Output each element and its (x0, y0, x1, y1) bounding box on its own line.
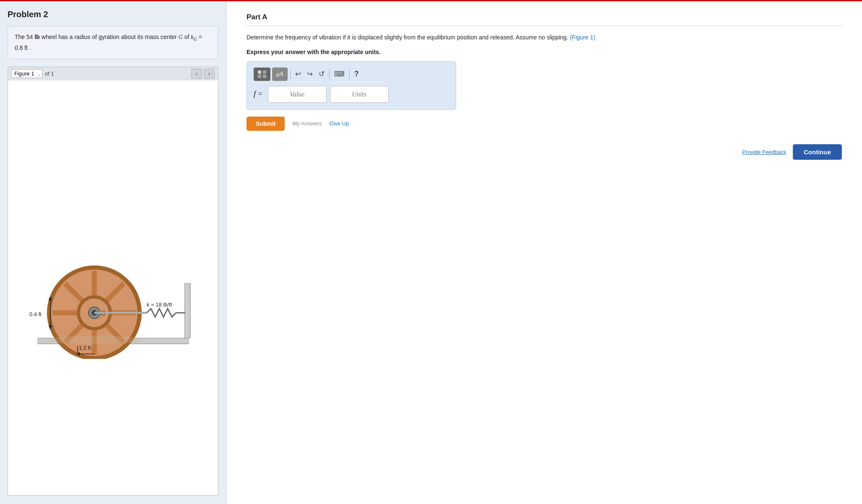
problem-title: Problem 2 (8, 10, 218, 19)
svg-rect-2 (184, 283, 190, 338)
description-text: The 54 lb wheel has a radius of gyration… (15, 34, 202, 51)
question-line1: Determine the frequency of vibration if … (247, 34, 568, 41)
left-panel: Problem 2 The 54 lb wheel has a radius o… (0, 1, 226, 504)
part-a-title: Part A (247, 13, 842, 26)
fraction-button[interactable] (254, 68, 270, 81)
keyboard-button[interactable]: ⌨ (332, 68, 347, 81)
svg-rect-27 (263, 75, 266, 78)
fraction-icon (257, 70, 267, 79)
figure-select[interactable]: Figure 1 (11, 69, 42, 78)
outer-radius-label: 1.2 ft (79, 345, 91, 351)
bottom-row: Provide Feedback Continue (247, 144, 842, 160)
svg-rect-25 (263, 70, 266, 74)
svg-rect-24 (258, 70, 261, 74)
action-row: Submit My Answers Give Up (247, 117, 842, 131)
svg-point-23 (46, 336, 143, 344)
problem-description: The 54 lb wheel has a radius of gyration… (8, 26, 218, 59)
help-button[interactable]: ? (352, 68, 361, 81)
figure-next-button[interactable]: › (204, 69, 215, 79)
value-input[interactable] (268, 86, 327, 103)
figure-image-box: G k = 18 lb/ft 0.4 ft (8, 81, 218, 496)
continue-button[interactable]: Continue (793, 144, 842, 160)
right-panel: Part A Determine the frequency of vibrat… (226, 1, 862, 504)
figure-select-wrapper[interactable]: Figure 1 (11, 69, 42, 78)
wheel-svg: G k = 18 lb/ft 0.4 ft (17, 216, 210, 359)
give-up-link[interactable]: Give Up (330, 120, 349, 127)
figure-nav-arrows: ‹ › (191, 69, 215, 79)
figure-of-label: of 1 (45, 70, 54, 77)
figure-link[interactable]: (Figure 1) (570, 34, 595, 41)
express-units-label: Express your answer with the appropriate… (247, 49, 842, 55)
reset-button[interactable]: ↺ (317, 68, 327, 81)
figure-controls: Figure 1 of 1 ‹ › (8, 67, 218, 81)
question-text: Determine the frequency of vibration if … (247, 33, 842, 43)
answer-box: μΑ ↩ ↪ ↺ ⌨ ? f = (247, 61, 456, 110)
answer-row: f = (254, 86, 449, 103)
toolbar: μΑ ↩ ↪ ↺ ⌨ ? (254, 68, 449, 81)
undo-button[interactable]: ↩ (293, 68, 303, 81)
provide-feedback-link[interactable]: Provide Feedback (742, 149, 786, 155)
spring-label: k = 18 lb/ft (147, 301, 172, 308)
svg-rect-26 (258, 75, 261, 78)
toolbar-sep-3 (349, 69, 350, 79)
redo-button[interactable]: ↪ (305, 68, 315, 81)
my-answers-label: My Answers (292, 120, 322, 127)
mu-button[interactable]: μΑ (272, 68, 288, 81)
inner-radius-label: 0.4 ft (29, 311, 42, 317)
figure-prev-button[interactable]: ‹ (191, 69, 202, 79)
answer-label: f = (254, 90, 263, 99)
toolbar-sep-2 (329, 69, 330, 79)
units-input[interactable] (330, 86, 389, 103)
toolbar-sep-1 (290, 69, 291, 79)
submit-button[interactable]: Submit (247, 117, 285, 131)
